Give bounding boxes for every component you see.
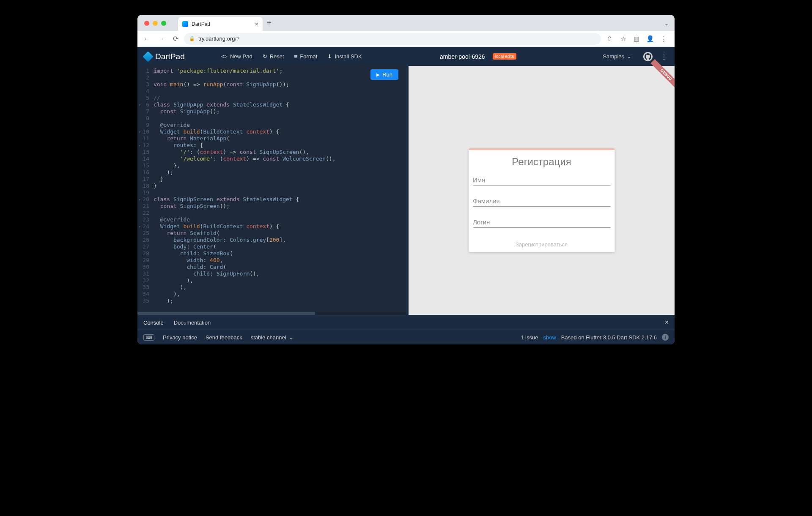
keyboard-icon[interactable]: ⌨ (143, 334, 154, 341)
app-name: DartPad (155, 52, 185, 61)
login-input[interactable] (473, 216, 610, 228)
profile-icon[interactable]: 👤 (644, 33, 656, 45)
app-logo[interactable]: DartPad (144, 52, 185, 61)
new-pad-button[interactable]: <>New Pad (218, 52, 256, 61)
dart-logo-icon (143, 51, 153, 62)
panel-icon[interactable]: ▤ (631, 33, 642, 45)
last-name-input[interactable] (473, 195, 610, 207)
scrollbar-thumb[interactable] (137, 312, 315, 315)
main-split: ▶Run 12345678910111213141516171819202122… (137, 66, 675, 315)
console-tab[interactable]: Console (143, 319, 164, 326)
console-bar: Console Documentation × (137, 315, 675, 330)
samples-dropdown[interactable]: Samples⌄ (599, 52, 635, 61)
lock-icon: 🔒 (189, 36, 195, 41)
documentation-tab[interactable]: Documentation (174, 319, 211, 326)
run-button[interactable]: ▶Run (370, 69, 398, 80)
minimize-window-icon[interactable] (153, 21, 158, 26)
browser-tab-bar: DartPad × + ⌄ (137, 15, 675, 31)
forward-button[interactable]: → (155, 33, 167, 45)
output-pane: DEBUG Регистрация Зарегистрироваться (409, 66, 675, 315)
privacy-link[interactable]: Privacy notice (163, 334, 197, 341)
info-icon[interactable]: i (662, 334, 669, 341)
more-menu-icon[interactable]: ⋮ (660, 52, 668, 61)
browser-tab[interactable]: DartPad × (178, 17, 263, 31)
top-bar: DartPad <>New Pad ↻Reset ≡Format ⬇Instal… (137, 47, 675, 66)
reload-button[interactable]: ⟳ (170, 33, 181, 45)
submit-button[interactable]: Зарегистрироваться (469, 237, 614, 252)
url-text: try.dartlang.org/? (198, 35, 596, 42)
window-controls (141, 21, 170, 31)
refresh-icon: ↻ (263, 53, 267, 60)
play-icon: ▶ (376, 72, 380, 77)
bookmark-icon[interactable]: ☆ (617, 33, 629, 45)
editor-pane: ▶Run 12345678910111213141516171819202122… (137, 66, 406, 315)
first-name-input[interactable] (473, 174, 610, 186)
gutter: 1234567891011121314151617181920212223242… (137, 66, 152, 312)
favicon-icon (182, 21, 188, 27)
show-issues-link[interactable]: show (543, 334, 556, 341)
chevron-down-icon: ⌄ (289, 334, 294, 341)
close-tab-icon[interactable]: × (255, 21, 258, 27)
browser-window: DartPad × + ⌄ ← → ⟳ 🔒 try.dartlang.org/?… (137, 15, 675, 344)
issues-count: 1 issue (521, 334, 538, 341)
local-edits-badge: local edits (493, 53, 516, 60)
signup-card: Регистрация Зарегистрироваться (469, 148, 614, 252)
status-bar: ⌨ Privacy notice Send feedback stable ch… (137, 330, 675, 344)
code-area[interactable]: import 'package:flutter/material.dart';v… (152, 66, 406, 312)
maximize-window-icon[interactable] (161, 21, 166, 26)
code-icon: <> (221, 53, 228, 60)
project-name[interactable]: amber-pool-6926 (440, 53, 485, 60)
close-panel-icon[interactable]: × (665, 319, 669, 326)
code-editor[interactable]: 1234567891011121314151617181920212223242… (137, 66, 406, 312)
channel-dropdown[interactable]: stable channel⌄ (251, 334, 294, 341)
kebab-menu-icon[interactable]: ⋮ (658, 33, 669, 45)
tab-title: DartPad (192, 21, 252, 27)
share-icon[interactable]: ⇧ (604, 33, 615, 45)
horizontal-scrollbar[interactable] (137, 312, 406, 315)
format-button[interactable]: ≡Format (291, 52, 321, 61)
close-window-icon[interactable] (144, 21, 149, 26)
new-tab-button[interactable]: + (267, 19, 272, 27)
back-button[interactable]: ← (141, 33, 153, 45)
dartpad-app: DartPad <>New Pad ↻Reset ≡Format ⬇Instal… (137, 47, 675, 344)
install-sdk-button[interactable]: ⬇Install SDK (324, 52, 365, 61)
tabs-expand-icon[interactable]: ⌄ (664, 21, 669, 27)
feedback-link[interactable]: Send feedback (206, 334, 242, 341)
card-title: Регистрация (473, 156, 610, 168)
url-field[interactable]: 🔒 try.dartlang.org/? (184, 33, 601, 45)
reset-button[interactable]: ↻Reset (259, 52, 288, 61)
sdk-version: Based on Flutter 3.0.5 Dart SDK 2.17.6 (561, 334, 657, 341)
address-bar: ← → ⟳ 🔒 try.dartlang.org/? ⇧ ☆ ▤ 👤 ⋮ (137, 31, 675, 47)
download-icon: ⬇ (327, 53, 332, 60)
format-icon: ≡ (294, 53, 298, 60)
chevron-down-icon: ⌄ (627, 53, 631, 60)
github-icon[interactable] (643, 52, 653, 61)
